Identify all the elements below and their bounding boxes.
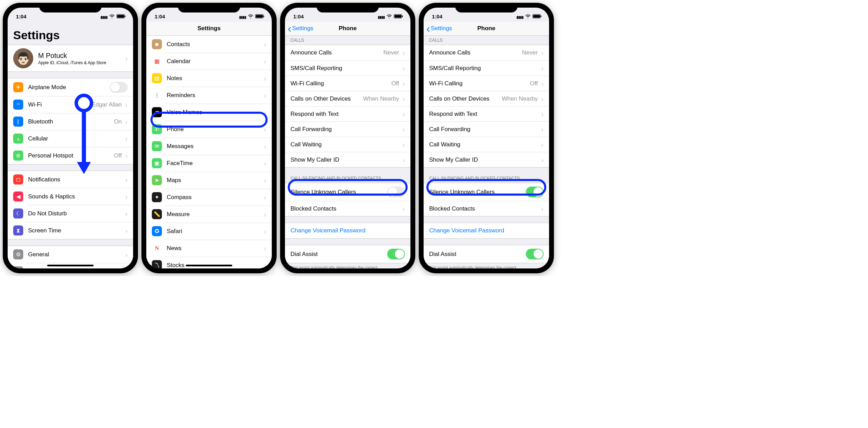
signal-icon	[239, 14, 246, 19]
status-time: 1:04	[293, 14, 304, 19]
settings-row-notifications[interactable]: ◻︎Notifications	[8, 171, 133, 188]
hotspot-icon: ⊚	[13, 151, 23, 161]
phone-icon: ✆	[152, 124, 162, 134]
chevron-icon	[125, 55, 128, 62]
control-icon: ⊞	[13, 266, 23, 268]
settings-row-facetime[interactable]: ▣FaceTime	[146, 155, 272, 172]
settings-row-contacts[interactable]: ☻Contacts	[146, 36, 272, 53]
dial-assist-toggle[interactable]	[526, 249, 544, 259]
settings-row-airplane-mode[interactable]: ✈︎Airplane Mode	[8, 78, 133, 96]
settings-row-notes[interactable]: ▤Notes	[146, 70, 272, 87]
chevron-icon	[125, 227, 128, 234]
settings-row-personal-hotspot[interactable]: ⊚Personal HotspotOff	[8, 147, 133, 164]
settings-scroll[interactable]: Settings M Potuck Apple ID, iCloud, iTun…	[8, 22, 133, 268]
settings-row-maps[interactable]: ➤Maps	[146, 172, 272, 189]
row-respond-with-text[interactable]: Respond with Text	[285, 106, 410, 121]
row-sms-call-reporting[interactable]: SMS/Call Reporting	[424, 60, 549, 76]
chevron-icon	[125, 193, 128, 200]
maps-icon: ➤	[152, 175, 162, 185]
phone-frame-2: 1:04 Settings ☻Contacts▦Calendar▤Notes⋮R…	[141, 3, 277, 273]
settings-row-wi-fi[interactable]: ⌔Wi-FiEdgar Allan	[8, 96, 133, 113]
dial-assist-row[interactable]: Dial Assist	[424, 245, 549, 263]
back-button[interactable]: Settings	[288, 25, 313, 32]
chevron-icon	[402, 111, 405, 118]
row-wi-fi-calling[interactable]: Wi-Fi CallingOff	[285, 76, 410, 91]
settings-row-calendar[interactable]: ▦Calendar	[146, 53, 272, 70]
settings-row-cellular[interactable]: ⏚Cellular	[8, 130, 133, 147]
chevron-icon	[264, 92, 266, 99]
profile-row[interactable]: M Potuck Apple ID, iCloud, iTunes & App …	[8, 45, 133, 71]
chevron-icon	[264, 245, 266, 252]
voicememos-icon: ♒︎	[152, 107, 162, 117]
toggle[interactable]	[110, 82, 128, 93]
settings-row-messages[interactable]: ✉︎Messages	[146, 138, 272, 155]
settings-row-compass[interactable]: ✦Compass	[146, 189, 272, 206]
row-label: Personal Hotspot	[28, 152, 114, 159]
phone-scroll[interactable]: CALLSAnnounce CallsNeverSMS/Call Reporti…	[424, 36, 549, 268]
notch	[316, 3, 379, 12]
chevron-icon	[402, 95, 405, 102]
settings-row-news[interactable]: 𝐍News	[146, 240, 272, 257]
row-sms-call-reporting[interactable]: SMS/Call Reporting	[285, 60, 410, 76]
silence-toggle[interactable]	[387, 187, 405, 197]
row-label: Phone	[167, 126, 262, 133]
blocked-contacts-row[interactable]: Blocked Contacts	[424, 201, 549, 216]
phone-scroll[interactable]: CALLSAnnounce CallsNeverSMS/Call Reporti…	[285, 36, 410, 268]
silencing-header: CALL SILENCING AND BLOCKED CONTACTS	[285, 174, 410, 183]
row-label: Control Center	[28, 268, 124, 269]
settings-row-reminders[interactable]: ⋮Reminders	[146, 87, 272, 104]
row-announce-calls[interactable]: Announce CallsNever	[424, 45, 549, 60]
settings-row-stocks[interactable]: 〽︎Stocks	[146, 257, 272, 268]
row-call-waiting[interactable]: Call Waiting	[424, 137, 549, 152]
back-button[interactable]: Settings	[426, 25, 452, 32]
silence-toggle[interactable]	[526, 187, 544, 197]
row-call-forwarding[interactable]: Call Forwarding	[424, 121, 549, 137]
stocks-icon: 〽︎	[152, 260, 162, 268]
settings-row-screen-time[interactable]: ⧗Screen Time	[8, 222, 133, 239]
change-voicemail-password-row[interactable]: Change Voicemail Password	[285, 223, 410, 238]
dial-assist-toggle[interactable]	[387, 249, 405, 259]
row-label: Do Not Disturb	[28, 210, 124, 217]
blocked-contacts-row[interactable]: Blocked Contacts	[285, 201, 410, 216]
settings-row-general[interactable]: ⚙︎General	[8, 246, 133, 263]
change-voicemail-password-row[interactable]: Change Voicemail Password	[424, 223, 549, 238]
settings-row-phone[interactable]: ✆Phone	[146, 121, 272, 138]
row-announce-calls[interactable]: Announce CallsNever	[285, 45, 410, 60]
settings-row-measure[interactable]: 📏Measure	[146, 206, 272, 223]
row-show-my-caller-id[interactable]: Show My Caller ID	[424, 152, 549, 167]
home-indicator[interactable]	[47, 265, 94, 266]
chevron-icon	[264, 177, 266, 184]
phone-frame-4: 1:04 Settings Phone CALLSAnnounce CallsN…	[419, 3, 554, 273]
settings-row-bluetooth[interactable]: ᛒBluetoothOn	[8, 113, 133, 130]
settings-row-do-not-disturb[interactable]: ☾Do Not Disturb	[8, 205, 133, 222]
chevron-icon	[125, 210, 128, 217]
signal-icon	[101, 14, 107, 19]
settings-row-safari[interactable]: ✪Safari	[146, 223, 272, 240]
wifi-icon	[248, 14, 253, 19]
settings-row-voice-memos[interactable]: ♒︎Voice Memos	[146, 104, 272, 121]
row-call-waiting[interactable]: Call Waiting	[285, 137, 410, 152]
row-label: Sounds & Haptics	[28, 193, 124, 200]
silence-unknown-callers-row[interactable]: Silence Unknown Callers	[424, 183, 549, 201]
row-calls-on-other-devices[interactable]: Calls on Other DevicesWhen Nearby	[285, 91, 410, 106]
silence-unknown-callers-row[interactable]: Silence Unknown Callers	[285, 183, 410, 201]
row-calls-on-other-devices[interactable]: Calls on Other DevicesWhen Nearby	[424, 91, 549, 106]
screen-phone-settings-on: 1:04 Settings Phone CALLSAnnounce CallsN…	[424, 8, 549, 268]
row-respond-with-text[interactable]: Respond with Text	[424, 106, 549, 121]
profile-sub: Apple ID, iCloud, iTunes & App Store	[38, 60, 124, 65]
settings-row-sounds-&-haptics[interactable]: ◀︎Sounds & Haptics	[8, 188, 133, 205]
settings-scroll[interactable]: ☻Contacts▦Calendar▤Notes⋮Reminders♒︎Voic…	[146, 36, 272, 268]
chevron-icon	[402, 156, 405, 163]
calls-header: CALLS	[285, 36, 410, 45]
cellular-icon: ⏚	[13, 134, 23, 144]
row-show-my-caller-id[interactable]: Show My Caller ID	[285, 152, 410, 167]
home-indicator[interactable]	[186, 265, 232, 266]
nav-bar: Settings Phone	[424, 22, 549, 36]
dial-assist-row[interactable]: Dial Assist	[285, 245, 410, 263]
battery-icon	[116, 14, 125, 18]
nav-bar: Settings	[146, 22, 272, 36]
row-call-forwarding[interactable]: Call Forwarding	[285, 121, 410, 137]
calls-header: CALLS	[424, 36, 549, 45]
silencing-header: CALL SILENCING AND BLOCKED CONTACTS	[424, 174, 549, 183]
row-wi-fi-calling[interactable]: Wi-Fi CallingOff	[424, 76, 549, 91]
